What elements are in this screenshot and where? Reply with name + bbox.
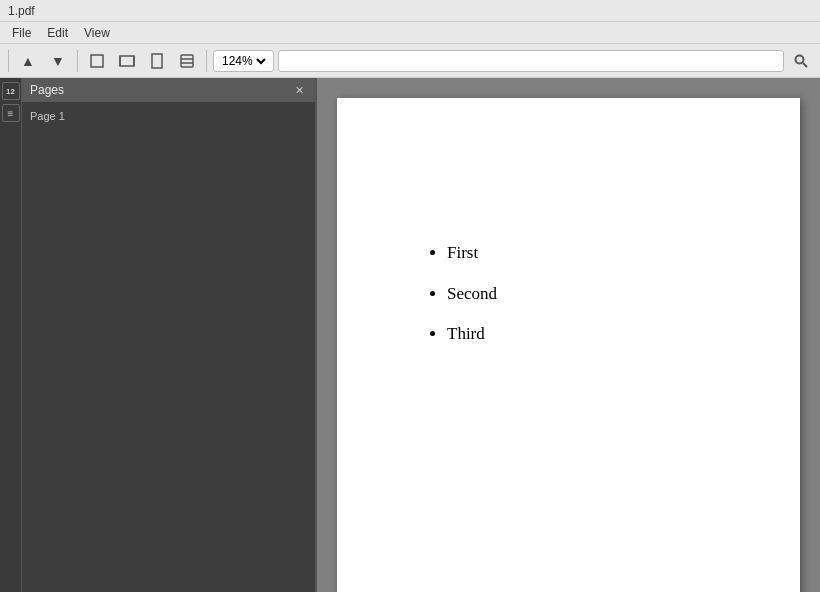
toolbar-separator-3 xyxy=(206,50,207,72)
toolbar: ▲ ▼ 50% 75% 100% 124% 150% 2 xyxy=(0,44,820,78)
list-item-third: Third xyxy=(447,319,720,350)
page-label: Page 1 xyxy=(22,102,315,130)
bullet-list: First Second Third xyxy=(417,238,720,350)
sidebar-header: Pages ✕ xyxy=(22,78,315,102)
zoom-select[interactable]: 50% 75% 100% 124% 150% 200% xyxy=(218,53,269,69)
search-button[interactable] xyxy=(788,48,814,74)
svg-rect-0 xyxy=(91,55,103,67)
toolbar-separator-1 xyxy=(8,50,9,72)
svg-line-9 xyxy=(803,63,807,67)
svg-rect-1 xyxy=(120,56,134,66)
outline-panel-button[interactable]: ≡ xyxy=(2,104,20,122)
menu-file[interactable]: File xyxy=(4,24,39,42)
select-button[interactable] xyxy=(174,48,200,74)
fit-page-button[interactable] xyxy=(84,48,110,74)
svg-point-8 xyxy=(796,55,804,63)
svg-rect-5 xyxy=(181,55,193,67)
menu-view[interactable]: View xyxy=(76,24,118,42)
prev-page-button[interactable]: ▲ xyxy=(15,48,41,74)
fit-height-button[interactable] xyxy=(144,48,170,74)
pdf-view: First Second Third xyxy=(317,78,820,592)
title-bar-text: 1.pdf xyxy=(8,4,35,18)
fit-width-button[interactable] xyxy=(114,48,140,74)
sidebar-title: Pages xyxy=(30,83,64,97)
menu-bar: File Edit View xyxy=(0,22,820,44)
search-input[interactable] xyxy=(278,50,784,72)
main-area: 12 ≡ Pages ✕ Page 1 First Second xyxy=(0,78,820,592)
next-page-button[interactable]: ▼ xyxy=(45,48,71,74)
pdf-page: First Second Third xyxy=(337,98,800,592)
pages-panel-button[interactable]: 12 xyxy=(2,82,20,100)
sidebar: Pages ✕ Page 1 xyxy=(22,78,317,592)
title-bar: 1.pdf xyxy=(0,0,820,22)
left-icon-panel: 12 ≡ xyxy=(0,78,22,592)
menu-edit[interactable]: Edit xyxy=(39,24,76,42)
list-item-second: Second xyxy=(447,279,720,310)
svg-rect-4 xyxy=(152,54,162,68)
pdf-content: First Second Third xyxy=(337,98,800,420)
toolbar-separator-2 xyxy=(77,50,78,72)
list-item-first: First xyxy=(447,238,720,269)
zoom-selector[interactable]: 50% 75% 100% 124% 150% 200% xyxy=(213,50,274,72)
sidebar-close-button[interactable]: ✕ xyxy=(291,82,307,98)
sidebar-content: Page 1 xyxy=(22,102,315,592)
